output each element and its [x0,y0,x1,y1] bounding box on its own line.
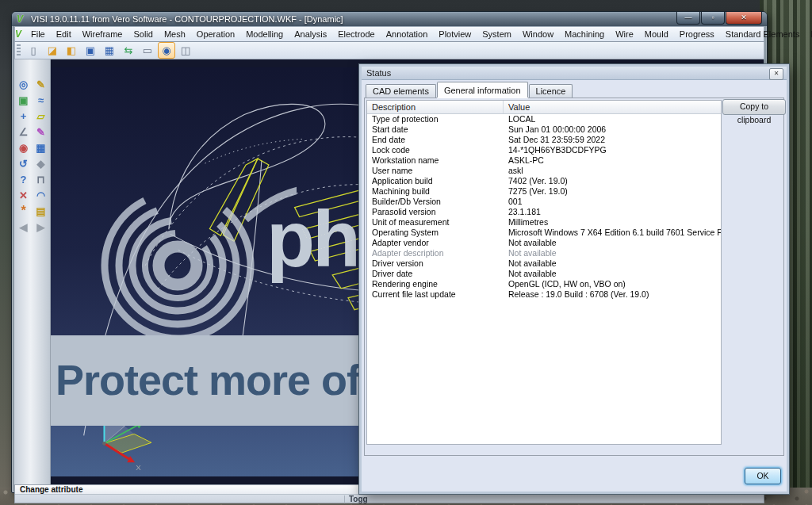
curve-edit-icon[interactable]: ≈ [34,93,48,107]
table-row: Application build7402 (Ver. 19.0) [367,176,721,186]
preview-zoom-button[interactable]: ◉ [158,42,175,59]
table-header: Description Value [367,101,721,114]
sketch-pencil-icon[interactable]: ✎ [34,124,48,139]
arc-compass-icon[interactable]: ◠ [34,188,48,202]
workplane-icon[interactable]: ∠ [17,124,31,139]
visi-app-icon: V [17,14,27,25]
zoom-plus-icon[interactable]: + [17,109,31,123]
menu-wire[interactable]: Wire [610,28,639,40]
undo-back-icon[interactable]: ◀ [17,220,31,234]
folder-edit-icon[interactable]: ▤ [34,204,48,218]
axis-y-label: Y [145,415,151,423]
menu-solid[interactable]: Solid [128,28,158,40]
navigator-wheel-icon[interactable]: * [17,204,31,218]
toolbar-grip[interactable] [17,44,21,57]
menu-plotview[interactable]: Plotview [433,28,477,40]
grid-plane-icon[interactable]: ▦ [34,140,48,155]
redo-forward-icon[interactable]: ▶ [34,220,48,234]
minimize-button[interactable]: — [676,12,700,25]
maximize-button[interactable]: ▫ [701,12,725,25]
open-part-button[interactable]: ◧ [63,42,80,59]
table-row: Workstation nameASKL-PC [367,155,721,166]
column-description[interactable]: Description [367,101,504,113]
save-all-icon: ▦ [105,44,114,56]
menu-machining[interactable]: Machining [559,28,610,40]
attributes-palette-icon[interactable]: ◉ [17,140,31,155]
status-table: Description Value Type of protectionLOCA… [366,100,722,445]
maximize-icon: ▫ [711,13,714,21]
copy-to-clipboard-button[interactable]: Copy to clipboard [722,99,786,115]
menu-modelling[interactable]: Modelling [240,28,289,40]
menu-progress[interactable]: Progress [674,28,720,40]
table-row: Current file last updateRelease : 19.0 B… [367,289,721,300]
close-icon: ✕ [741,13,747,21]
toggle-button[interactable]: Togg [344,495,368,503]
caption-buttons: — ▫ ✕ [676,12,762,25]
table-row: Unit of measurementMillimetres [367,217,721,228]
open-folder-button[interactable]: ◪ [44,42,61,59]
split-view-icon: ◫ [181,44,190,56]
save-button[interactable]: ▣ [82,42,99,59]
menu-edit[interactable]: Edit [51,28,77,40]
dialog-titlebar[interactable]: Status ✕ [362,67,787,80]
table-row: Driver dateNot available [367,269,721,279]
help-icon[interactable]: ? [17,172,31,186]
tab-general-information[interactable]: General information [437,82,528,98]
select-frame-icon[interactable]: ▣ [17,93,31,107]
print-button[interactable]: ▭ [139,42,156,59]
menu-mould[interactable]: Mould [639,28,674,40]
menu-file[interactable]: File [25,28,51,40]
menu-window[interactable]: Window [517,28,559,40]
tab-licence[interactable]: Licence [529,84,573,98]
delete-element-icon[interactable]: ✕ [17,188,31,202]
menu-standard-elements[interactable]: Standard Elements [720,28,806,40]
table-row: Lock code14-*1QH66YB3DCDFYPG [367,145,721,155]
axis-x-label: X [136,463,141,472]
window-title: VISI 19.0.11.11 from Vero Software - CON… [31,14,343,24]
table-row: User nameaskl [367,166,721,176]
table-row: Adapter descriptionNot available [367,248,721,258]
dialog-tabs: CAD elements General information Licence [366,83,573,98]
menu-system[interactable]: System [477,28,517,40]
axis-z-label: z [100,394,104,403]
table-row: End dateSat Dec 31 23:59:59 2022 [367,135,721,145]
save-all-button[interactable]: ▦ [101,42,118,59]
table-row: Type of protectionLOCAL [367,114,721,124]
measure-icon[interactable]: ⊓ [34,172,48,186]
print-icon: ▭ [143,44,152,56]
profile-polyline-icon[interactable]: ▱ [34,109,48,123]
menu-operation[interactable]: Operation [191,28,240,40]
tool-sidebar: ◎ ✎ ▣ ≈ + ▱ ∠ ✎ ◉ ▦ ↺ ◆ ? ⊓ ✕ ◠ * ▤ ◀ ▶ [14,59,51,484]
visi-menu-icon: V [15,29,21,40]
column-value[interactable]: Value [504,101,721,113]
dialog-title: Status [366,68,391,78]
tab-cad-elements[interactable]: CAD elements [366,84,436,98]
ok-button[interactable]: OK [745,468,781,484]
menu-flow[interactable]: Flow [805,28,812,40]
split-view-button[interactable]: ◫ [177,42,194,59]
open-part-icon: ◧ [67,44,76,56]
new-file-icon: ▯ [30,44,36,56]
standard-toolbar: ▯ ◪ ◧ ▣ ▦ ⇆ ▭ ◉ ◫ [14,42,764,59]
menu-analysis[interactable]: Analysis [289,28,332,40]
close-button[interactable]: ✕ [726,12,762,25]
new-file-button[interactable]: ▯ [25,42,42,59]
menu-annotation[interactable]: Annotation [381,28,434,40]
menu-mesh[interactable]: Mesh [159,28,191,40]
edit-pencil-icon[interactable]: ✎ [34,77,48,91]
export-model-button[interactable]: ⇆ [120,42,137,59]
save-icon: ▣ [86,44,95,56]
solid-cube-icon[interactable]: ◆ [34,156,48,170]
menu-bar: V File Edit Wireframe Solid Mesh Operati… [14,26,764,42]
regenerate-icon[interactable]: ↺ [17,156,31,170]
zoom-region-icon[interactable]: ◎ [17,77,31,91]
window-titlebar[interactable]: V VISI 19.0.11.11 from Vero Software - C… [12,12,767,26]
menu-electrode[interactable]: Electrode [332,28,380,40]
menu-wireframe[interactable]: Wireframe [77,28,128,40]
table-row: Rendering engineOpenGL (ICD, HW on, VBO … [367,279,721,289]
table-row: Driver versionNot available [367,258,721,269]
table-row: Builder/Db Version001 [367,197,721,207]
table-row: Adapter vendorNot available [367,238,721,248]
table-row: Operating SystemMicrosoft Windows 7 X64 … [367,228,721,238]
dialog-close-button[interactable]: ✕ [769,68,783,80]
